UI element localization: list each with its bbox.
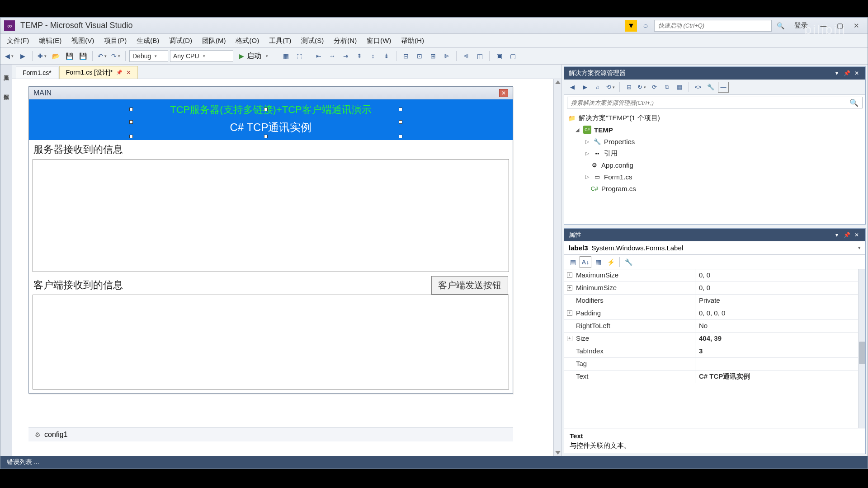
menu-build[interactable]: 生成(B)	[132, 35, 164, 47]
bring-front-icon[interactable]: ▣	[493, 50, 505, 62]
se-copy-icon[interactable]: ⧉	[661, 82, 672, 93]
menu-view[interactable]: 视图(V)	[67, 35, 99, 47]
center-h-icon[interactable]: ◫	[474, 50, 486, 62]
datasource-tab[interactable]: 数据源	[1, 87, 11, 93]
prop-row[interactable]: RightToLeftNo	[564, 320, 865, 333]
new-project-button[interactable]: ✚	[36, 50, 48, 62]
toolbox-tab[interactable]: 工具箱	[1, 68, 11, 74]
expand-icon[interactable]: ▷	[584, 150, 590, 156]
spacing-h-icon[interactable]: ⫸	[441, 50, 453, 62]
close-button[interactable]: ✕	[849, 20, 864, 31]
se-props-icon[interactable]: ▦	[674, 82, 685, 93]
client-recv-label[interactable]: 客户端接收到的信息	[33, 276, 427, 295]
size-both-icon[interactable]: ⊞	[427, 50, 439, 62]
layout-btn-1[interactable]: ▦	[280, 50, 292, 62]
layout-btn-2[interactable]: ⬚	[293, 50, 305, 62]
platform-combo[interactable]: Any CPU	[170, 50, 233, 62]
panel-close-icon[interactable]: ✕	[853, 69, 861, 77]
menu-edit[interactable]: 编辑(E)	[34, 35, 66, 47]
props-page-icon[interactable]: ▦	[592, 256, 604, 268]
nav-back-button[interactable]: ◀	[3, 50, 15, 62]
tab-form1-code[interactable]: Form1.cs*	[16, 66, 58, 79]
menu-debug[interactable]: 调试(D)	[165, 35, 197, 47]
tree-program[interactable]: C# Program.cs	[568, 183, 862, 194]
prop-row[interactable]: +MinimumSize0, 0	[564, 282, 865, 295]
size-width-icon[interactable]: ⊟	[400, 50, 412, 62]
pin-icon[interactable]: 📌	[116, 70, 123, 75]
expand-icon[interactable]: ◢	[574, 127, 580, 133]
redo-button[interactable]: ↷	[110, 50, 122, 62]
tree-references[interactable]: ▷ ▪▪ 引用	[568, 147, 862, 159]
panel-dropdown-icon[interactable]: ▾	[833, 231, 841, 239]
se-code-icon[interactable]: <>	[693, 82, 703, 93]
nav-forward-button[interactable]: ▶	[17, 50, 28, 62]
se-collapse-icon[interactable]: ⊟	[623, 82, 634, 93]
spacing-v-icon[interactable]: ⫷	[460, 50, 472, 62]
align-top-icon[interactable]: ⇞	[354, 50, 365, 62]
menu-analyze[interactable]: 分析(N)	[329, 35, 361, 47]
se-showall-icon[interactable]: ⟳	[649, 82, 660, 93]
menu-tools[interactable]: 工具(T)	[264, 35, 296, 47]
categorized-icon[interactable]: ▤	[567, 256, 579, 268]
server-recv-textbox[interactable]	[33, 159, 509, 272]
se-back-icon[interactable]: ◀	[567, 82, 578, 93]
properties-object-selector[interactable]: label3 System.Windows.Forms.Label	[564, 241, 865, 255]
feedback-icon[interactable]: ☺	[640, 20, 651, 32]
align-center-icon[interactable]: ↔	[326, 50, 338, 62]
tree-properties[interactable]: ▷ 🔧 Properties	[568, 136, 862, 147]
open-file-button[interactable]: 📂	[50, 50, 61, 62]
solution-search-input[interactable]	[571, 99, 849, 106]
prop-row[interactable]: +Padding0, 0, 0, 0	[564, 307, 865, 320]
prop-row[interactable]: TabIndex3	[564, 345, 865, 358]
send-back-icon[interactable]: ▢	[507, 50, 519, 62]
search-icon[interactable]: 🔍	[849, 99, 859, 107]
solution-tree[interactable]: 📁 解决方案"TEMP"(1 个项目) ◢ C# TEMP ▷ 🔧 Proper…	[564, 110, 865, 224]
client-recv-textbox[interactable]	[33, 295, 509, 389]
solution-search[interactable]: 🔍	[567, 97, 863, 108]
start-debug-button[interactable]: ▶ 启动 ▾	[235, 50, 272, 62]
size-height-icon[interactable]: ⊡	[414, 50, 425, 62]
menu-test[interactable]: 测试(S)	[297, 35, 328, 47]
se-home-icon[interactable]: ⌂	[592, 82, 603, 93]
properties-grid[interactable]: +MaximumSize0, 0 +MinimumSize0, 0 Modifi…	[564, 269, 865, 428]
notifications-icon[interactable]: ▼	[625, 20, 637, 32]
tree-solution-root[interactable]: 📁 解决方案"TEMP"(1 个项目)	[568, 112, 862, 124]
winform-designer[interactable]: MAIN ✕ TCP服务器(支持多链接)+TCP客户端通讯演示 C# TCP通讯…	[28, 86, 513, 394]
vertical-scrollbar[interactable]	[553, 79, 561, 456]
expand-icon[interactable]: ▷	[584, 174, 590, 180]
menu-window[interactable]: 窗口(W)	[362, 35, 396, 47]
menu-project[interactable]: 项目(P)	[99, 35, 131, 47]
client-send-button[interactable]: 客户端发送按钮	[431, 276, 508, 295]
align-left-icon[interactable]: ⇤	[313, 50, 325, 62]
tray-item-config1[interactable]: config1	[44, 431, 68, 439]
se-sync-icon[interactable]: ⟲	[605, 82, 616, 93]
props-scrollbar[interactable]	[858, 269, 865, 428]
events-icon[interactable]: ⚡	[605, 256, 617, 268]
maximize-button[interactable]: ▢	[832, 20, 848, 31]
header-panel[interactable]: TCP服务器(支持多链接)+TCP客户端通讯演示 C# TCP通讯实例	[29, 99, 513, 140]
save-all-button[interactable]: 💾	[77, 50, 89, 62]
panel-pin-icon[interactable]: 📌	[843, 69, 851, 77]
menu-format[interactable]: 格式(O)	[231, 35, 264, 47]
label-green[interactable]: TCP服务器(支持多链接)+TCP客户端通讯演示	[29, 103, 513, 117]
panel-close-icon[interactable]: ✕	[853, 231, 861, 239]
tree-project[interactable]: ◢ C# TEMP	[568, 124, 862, 136]
search-icon[interactable]: 🔍	[774, 20, 786, 32]
close-tab-icon[interactable]: ✕	[126, 69, 131, 76]
save-button[interactable]: 💾	[63, 50, 75, 62]
prop-row[interactable]: TextC# TCP通讯实例	[564, 371, 865, 383]
menu-team[interactable]: 团队(M)	[198, 35, 231, 47]
prop-row[interactable]: ModifiersPrivate	[564, 295, 865, 307]
alphabetical-icon[interactable]: A↓	[580, 256, 591, 268]
label-white-selected[interactable]: C# TCP通讯实例	[29, 120, 513, 135]
props-wrench-icon[interactable]: 🔧	[623, 256, 634, 268]
panel-pin-icon[interactable]: 📌	[843, 231, 851, 239]
se-refresh-icon[interactable]: ↻	[636, 82, 647, 93]
minimize-button[interactable]: —	[816, 20, 831, 31]
config-combo[interactable]: Debug	[129, 50, 168, 62]
panel-dropdown-icon[interactable]: ▾	[833, 69, 841, 77]
menu-file[interactable]: 文件(F)	[2, 35, 33, 47]
prop-row[interactable]: Tag	[564, 358, 865, 371]
tab-form1-design[interactable]: Form1.cs [设计]* 📌 ✕	[59, 66, 138, 79]
prop-row[interactable]: +Size404, 39	[564, 333, 865, 345]
